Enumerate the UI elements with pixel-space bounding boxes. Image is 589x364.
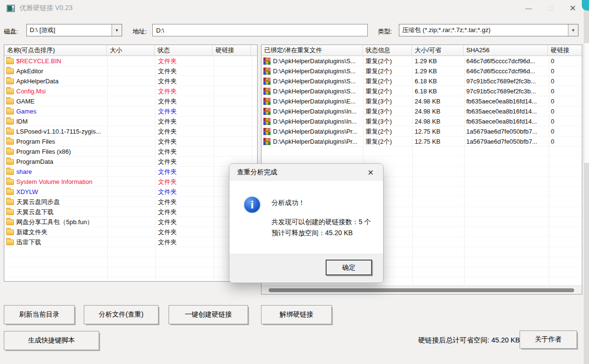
duplicate-row[interactable]: D:\ApkHelperData\plugins\S... 重复(2个) 6.1… <box>261 86 582 96</box>
folder-status: 文件夹 <box>155 96 214 106</box>
folder-name: Config.Msi <box>16 86 45 96</box>
type-combobox[interactable]: 压缩包 (*.zip;*.rar;*.7z;*.tar;*.gz) ▼ <box>399 24 578 36</box>
chevron-down-icon[interactable]: ▼ <box>112 24 122 36</box>
file-path: D:\ApkHelperData\plugins\S... <box>273 86 356 96</box>
duplicate-row[interactable]: D:\ApkHelperData\plugins\Pr... 重复(2个) 12… <box>261 126 582 136</box>
horizontal-scrollbar[interactable] <box>261 285 582 294</box>
archive-file-icon <box>263 68 271 75</box>
folder-icon <box>6 169 14 175</box>
create-hardlinks-button[interactable]: 一键创建硬链接 <box>169 305 248 324</box>
dialog-space-savings: 预计可释放空间：45.20 KB <box>272 229 353 238</box>
address-input[interactable] <box>152 24 368 36</box>
folder-row[interactable]: 迅雷下载 文件夹 <box>4 237 257 247</box>
folder-name: System Volume Information <box>16 177 92 187</box>
analyze-files-button[interactable]: 分析文件(查重) <box>84 305 159 324</box>
ok-button[interactable]: 确定 <box>326 260 372 275</box>
column-header[interactable]: 名称(可点击排序) <box>4 45 107 56</box>
folder-icon <box>6 68 14 74</box>
duplicate-row[interactable]: D:\ApkHelperData\plugins\S... 重复(2个) 6.1… <box>261 76 582 86</box>
folder-row[interactable]: Program Files (x86) 文件夹 <box>4 147 257 157</box>
folder-status: 文件夹 <box>155 207 214 217</box>
folder-row[interactable]: GAME 文件夹 <box>4 96 257 106</box>
folder-status: 文件夹 <box>155 227 214 237</box>
sha256-value: 646c7d6f5cccc7dcf96d... <box>464 66 548 76</box>
disk-combobox[interactable]: D:\ [游戏] ▼ <box>26 24 122 36</box>
folder-row[interactable]: 新建文件夹 文件夹 <box>4 227 257 237</box>
duplicate-row[interactable]: D:\ApkHelperData\plugins\Pr... 重复(2个) 12… <box>261 136 582 147</box>
folder-row[interactable]: ApkHelperData 文件夹 <box>4 76 257 86</box>
column-header[interactable]: 大小/可省 <box>412 45 464 56</box>
folder-row[interactable]: LSPosed-v1.10.1-7115-zygis... 文件夹 <box>4 126 257 136</box>
duplicate-row[interactable]: D:\ApkHelperData\plugins\E... 重复(3个) 24.… <box>261 96 582 106</box>
column-header[interactable]: 大小 <box>107 45 155 56</box>
folder-row[interactable]: Program Files 文件夹 <box>4 136 257 147</box>
column-header[interactable]: SHA256 <box>464 45 548 56</box>
refresh-directory-button[interactable]: 刷新当前目录 <box>4 305 75 324</box>
column-header[interactable]: 状态 <box>155 45 213 56</box>
folder-name: ApkHelperData <box>16 76 58 86</box>
folder-status: 文件夹 <box>155 106 214 116</box>
disk-combobox-value: D:\ [游戏] <box>27 26 112 34</box>
maximize-button[interactable]: □ <box>540 0 562 16</box>
folder-row[interactable]: $RECYCLE.BIN 文件夹 <box>4 56 257 66</box>
folder-row[interactable]: XDYLW 文件夹 <box>4 187 257 197</box>
duplicate-row[interactable]: D:\ApkHelperData\plugins\In... 重复(3个) 24… <box>261 116 582 126</box>
folder-icon <box>6 229 14 235</box>
folder-name: 迅雷下载 <box>16 237 41 247</box>
sha256-value: 1a5679ae6d7fe050bfb7... <box>464 136 548 147</box>
background-window-corner <box>582 0 589 11</box>
column-header[interactable]: 硬链接 <box>213 45 251 56</box>
file-path: D:\ApkHelperData\plugins\S... <box>273 76 356 86</box>
folder-row[interactable]: ApkEditor 文件夹 <box>4 66 257 76</box>
sha256-value: 1a5679ae6d7fe050bfb7... <box>464 126 548 136</box>
dialog-close-icon[interactable]: ✕ <box>364 168 377 177</box>
folder-status: 文件夹 <box>155 177 214 187</box>
duplicate-status: 重复(2个) <box>362 76 412 86</box>
dialog-titlebar: 查重分析完成 ✕ <box>229 164 383 181</box>
duplicate-status: 重复(2个) <box>362 136 412 147</box>
folder-row[interactable]: 网盘分享工具包（5pb.fun） 文件夹 <box>4 217 257 227</box>
folder-icon <box>6 209 14 215</box>
folder-name: 新建文件夹 <box>16 227 47 237</box>
scrollbar-thumb[interactable] <box>269 288 574 292</box>
folder-status: 文件夹 <box>155 136 214 147</box>
duplicate-status: 重复(3个) <box>362 106 412 116</box>
folder-icon <box>6 119 14 125</box>
unbind-hardlinks-button[interactable]: 解绑硬链接 <box>261 305 332 324</box>
folder-status: 文件夹 <box>155 66 214 76</box>
column-header[interactable] <box>251 45 257 56</box>
folder-status: 文件夹 <box>155 157 214 167</box>
about-author-button[interactable]: 关于作者 <box>520 330 577 349</box>
folder-name: Program Files <box>16 136 55 147</box>
folder-row[interactable]: 天翼云盘同步盘 文件夹 <box>4 197 257 207</box>
archive-file-icon <box>263 88 271 95</box>
folder-status: 文件夹 <box>155 116 214 126</box>
folder-name: XDYLW <box>16 187 38 197</box>
disk-label: 磁盘: <box>4 27 18 36</box>
folder-name: LSPosed-v1.10.1-7115-zygis... <box>16 126 101 136</box>
folder-icon <box>6 109 14 114</box>
column-header[interactable]: 已绑定/潜在重复文件 <box>261 45 362 56</box>
generate-script-button[interactable]: 生成快捷键脚本 <box>4 331 99 350</box>
chevron-down-icon[interactable]: ▼ <box>568 24 578 36</box>
column-header[interactable]: 状态信息 <box>362 45 412 56</box>
duplicate-row[interactable]: D:\ApkHelperData\plugins\S... 重复(2个) 1.2… <box>261 56 582 66</box>
file-path: D:\ApkHelperData\plugins\In... <box>273 116 357 126</box>
folder-row[interactable]: Games 文件夹 <box>4 106 257 116</box>
minimize-button[interactable]: — <box>518 0 540 16</box>
duplicate-status: 重复(3个) <box>362 96 412 106</box>
folder-row[interactable]: share 文件夹 <box>4 167 257 177</box>
type-combobox-value: 压缩包 (*.zip;*.rar;*.7z;*.tar;*.gz) <box>399 26 568 34</box>
folder-row[interactable]: ProgramData 文件夹 <box>4 157 257 167</box>
close-button[interactable]: ✕ <box>562 0 584 16</box>
folder-row[interactable]: 天翼云盘下载 文件夹 <box>4 207 257 217</box>
duplicate-row[interactable]: D:\ApkHelperData\plugins\In... 重复(3个) 24… <box>261 106 582 116</box>
folder-row[interactable]: IDM 文件夹 <box>4 116 257 126</box>
folder-status: 文件夹 <box>155 187 214 197</box>
folder-row[interactable]: Config.Msi 文件夹 <box>4 86 257 96</box>
duplicate-row[interactable]: D:\ApkHelperData\plugins\S... 重复(2个) 1.2… <box>261 66 582 76</box>
folder-row[interactable]: System Volume Information 文件夹 <box>4 177 257 187</box>
file-path: D:\ApkHelperData\plugins\S... <box>273 56 356 66</box>
sha256-value: fb635aece0ea8b16fd14... <box>464 96 548 106</box>
column-header[interactable]: 硬链接 <box>548 45 582 56</box>
